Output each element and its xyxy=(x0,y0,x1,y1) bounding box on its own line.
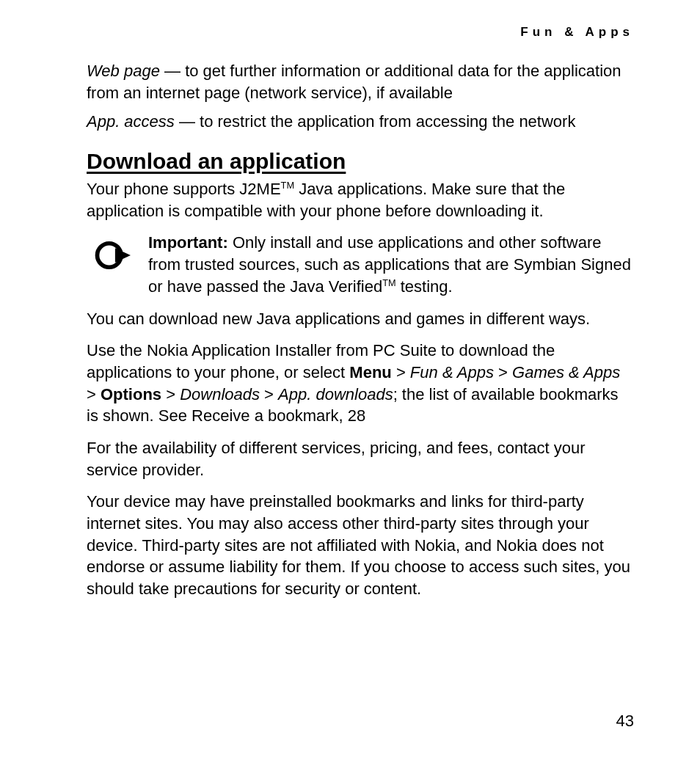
path-separator: > xyxy=(87,385,101,403)
path-separator: > xyxy=(260,385,278,403)
menu-step-menu: Menu xyxy=(349,363,391,381)
running-head: Fun & Apps xyxy=(87,25,634,40)
menu-step-downloads: Downloads xyxy=(180,385,260,403)
path-separator: > xyxy=(161,385,180,403)
important-label: Important: xyxy=(148,233,228,252)
section-heading-download-application: Download an application xyxy=(87,149,634,174)
definition-text: — to get further information or addition… xyxy=(87,62,621,102)
path-separator: > xyxy=(494,363,512,381)
text-fragment: testing. xyxy=(396,277,453,296)
important-icon xyxy=(92,236,131,277)
paragraph-download-ways: You can download new Java applications a… xyxy=(87,308,634,330)
paragraph-installer-path: Use the Nokia Application Installer from… xyxy=(87,340,634,427)
definition-web-page: Web page — to get further information or… xyxy=(87,60,634,103)
paragraph-third-party: Your device may have preinstalled bookma… xyxy=(87,491,634,599)
definition-app-access: App. access — to restrict the applicatio… xyxy=(87,111,634,133)
important-paragraph: Important: Only install and use applicat… xyxy=(148,232,634,297)
menu-step-app-downloads: App. downloads xyxy=(278,385,393,403)
page-number: 43 xyxy=(616,712,634,731)
paragraph-j2me-support: Your phone supports J2METM Java applicat… xyxy=(87,178,634,222)
manual-page: Fun & Apps Web page — to get further inf… xyxy=(0,0,700,760)
definition-term: Web page xyxy=(87,62,160,80)
important-callout: Important: Only install and use applicat… xyxy=(92,232,634,297)
menu-step-fun-apps: Fun & Apps xyxy=(410,363,494,381)
trademark-superscript: TM xyxy=(382,277,395,288)
path-separator: > xyxy=(392,363,410,381)
circle-arrow-icon xyxy=(92,236,131,274)
definition-text: — to restrict the application from acces… xyxy=(175,112,576,131)
trademark-superscript: TM xyxy=(281,180,294,191)
svg-marker-1 xyxy=(115,249,131,263)
important-text: Important: Only install and use applicat… xyxy=(148,232,634,297)
text-fragment: Your phone supports J2ME xyxy=(87,180,281,198)
menu-step-games-apps: Games & Apps xyxy=(512,363,620,381)
paragraph-service-provider: For the availability of different servic… xyxy=(87,437,634,481)
definition-term: App. access xyxy=(87,112,175,131)
menu-step-options: Options xyxy=(101,385,161,403)
